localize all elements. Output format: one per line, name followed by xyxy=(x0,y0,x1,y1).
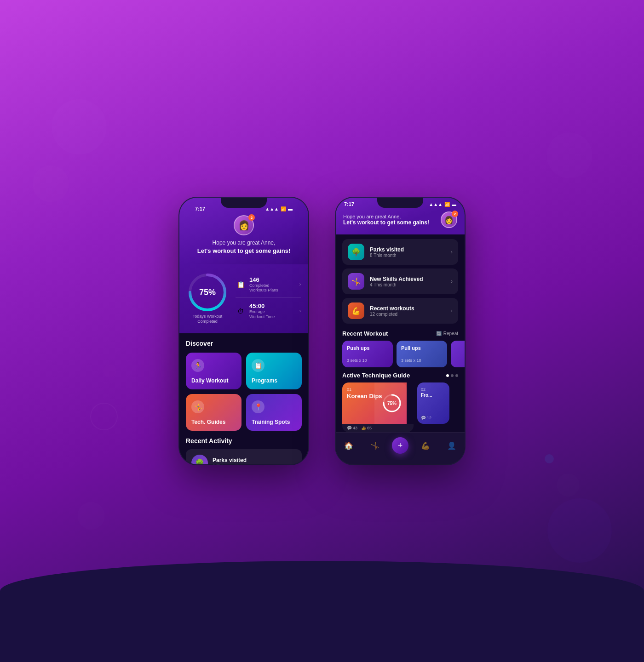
workout-card-pushups[interactable]: Push ups 3 sets x 10 xyxy=(342,341,393,367)
sc-parks-title: Parks visited xyxy=(370,246,445,253)
profile-icon: 👤 xyxy=(447,441,456,450)
tc-comments-1: 💬 43 xyxy=(347,426,357,430)
phone2-avatar-wrapper: 👩 2 xyxy=(441,211,457,228)
repeat-label: Repeat xyxy=(443,331,458,336)
time-2: 7:17 xyxy=(344,201,354,207)
pullups-name: Pull ups xyxy=(401,345,443,351)
activity-info-parks: Parks visited 8 This month xyxy=(213,457,247,464)
sc-skills-title: New Skills Achieved xyxy=(370,276,445,282)
card-tech-guides[interactable]: 🤸 Tech. Guides xyxy=(186,394,242,431)
technique-header: Active Technique Guide xyxy=(336,367,465,382)
stat-time-value: 45:00 xyxy=(249,302,296,309)
sc-parks-sub: 8 This month xyxy=(370,253,445,258)
stat-time-desc: Everage Workout Time xyxy=(249,309,296,320)
dot-3 xyxy=(455,374,458,377)
tc-comments-2: 💬 12 xyxy=(421,416,431,420)
status-icons-1: ▲▲▲ 📶 ▬ xyxy=(265,206,293,211)
signal-icon-2: ▲▲▲ xyxy=(429,202,443,207)
recent-icon: 💪 xyxy=(348,302,364,319)
phone-1: 7:17 ▲▲▲ 📶 ▬ 👩 2 Hope you are great xyxy=(179,198,308,464)
recent-activity-title: Recent Activity xyxy=(186,437,302,445)
card-programs-label: Programs xyxy=(252,377,296,384)
stat-workouts[interactable]: 📋 146 Completed Workouts Plans › xyxy=(236,276,301,293)
nav-profile[interactable]: 👤 xyxy=(443,441,461,450)
discover-title: Discover xyxy=(186,340,302,347)
tech-guides-icon: 🤸 xyxy=(191,400,204,413)
sc-skills-arrow: › xyxy=(451,278,453,285)
stat-divider xyxy=(236,297,301,298)
comment-icon-1: 💬 xyxy=(347,426,352,430)
avatar-wrapper-1: 👩 2 xyxy=(234,215,254,235)
sc-skills-sub: 4 This month xyxy=(370,282,445,287)
like-icon-1: 👍 xyxy=(361,426,366,430)
greeting-line2-1: Let's workout to get some gains! xyxy=(187,247,301,255)
clock-icon: ⏱ xyxy=(236,306,246,316)
workout-card-more[interactable]: › xyxy=(451,341,465,367)
phone2-greeting: Hope you are great Anne, Let's workout t… xyxy=(343,214,436,226)
stat-time[interactable]: ⏱ 45:00 Everage Workout Time › xyxy=(236,302,301,320)
technique-card-secondary[interactable]: 02 Fro... 💬 12 xyxy=(417,382,449,424)
tc-num-2: 02 xyxy=(421,387,446,392)
avatar-container-1: 👩 2 xyxy=(187,215,301,235)
technique-card-main[interactable]: 01 Korean Dips 75% xyxy=(342,382,414,432)
notch-2 xyxy=(377,198,423,208)
tc-stats-1: 💬 43 👍 65 xyxy=(342,424,414,432)
dot-1 xyxy=(446,374,449,377)
stat-workouts-desc: Completed Workouts Plans xyxy=(249,283,296,293)
sc-parks-info: Parks visited 8 This month xyxy=(370,246,445,258)
stat-workouts-value: 146 xyxy=(249,276,296,283)
stats-col: 📋 146 Completed Workouts Plans › ⏱ xyxy=(236,276,301,320)
tc-likes-1: 👍 65 xyxy=(361,426,372,430)
programs-icon: 📋 xyxy=(252,359,264,372)
dot-2 xyxy=(451,374,454,377)
tc-main-body: 01 Korean Dips 75% xyxy=(342,382,407,424)
stat-time-text: 45:00 Everage Workout Time xyxy=(249,302,296,320)
stats-card-recent[interactable]: 💪 Recent workouts 12 completed › xyxy=(342,298,458,324)
ring-label: Todays Workout Completed xyxy=(187,314,228,324)
sc-recent-title: Recent workouts xyxy=(370,305,445,312)
like-count-1: 65 xyxy=(367,426,372,430)
phone2-body: 🌳 Parks visited 8 This month › 🤸 New Ski… xyxy=(336,234,465,460)
comment-count-1: 43 xyxy=(353,426,357,430)
repeat-icon: 🔄 xyxy=(436,331,442,336)
phone2-greeting-line1: Hope you are great Anne, xyxy=(343,214,436,219)
bottom-nav: 🏠 🤸 + 💪 👤 xyxy=(336,432,465,460)
home-icon: 🏠 xyxy=(344,441,353,450)
parks-icon: 🌳 xyxy=(348,244,364,260)
workout-card-pullups[interactable]: Pull ups 3 sets x 10 xyxy=(397,341,447,367)
card-guides-label: Tech. Guides xyxy=(191,419,236,425)
technique-dots xyxy=(446,374,458,377)
activity-card-parks[interactable]: 🌳 Parks visited 8 This month xyxy=(186,449,302,464)
avatar-badge-2: 2 xyxy=(452,211,458,217)
activity-avatar-parks: 🌳 xyxy=(191,455,208,464)
card-spots-label: Training Spots xyxy=(252,419,296,425)
plus-icon: + xyxy=(398,441,403,451)
stat-workouts-text: 146 Completed Workouts Plans xyxy=(249,276,296,293)
parks-visited-sub: 8 This month xyxy=(213,463,247,464)
nav-add-button[interactable]: + xyxy=(392,437,408,454)
phone2-greeting-area: Hope you are great Anne, Let's workout t… xyxy=(343,214,436,226)
nav-gym[interactable]: 🤸 xyxy=(366,441,384,450)
comment-icon-2: 💬 xyxy=(421,416,426,420)
recent-workout-header: Recent Workout 🔄 Repeat xyxy=(336,328,465,341)
repeat-btn[interactable]: 🔄 Repeat xyxy=(436,331,458,336)
wifi-icon-2: 📶 xyxy=(444,202,450,207)
wifi-icon: 📶 xyxy=(281,206,286,211)
progress-ring-container: 75% xyxy=(187,272,228,313)
card-programs[interactable]: 📋 Programs xyxy=(246,353,302,389)
stats-card-skills[interactable]: 🤸 New Skills Achieved 4 This month › xyxy=(342,268,458,294)
nav-home[interactable]: 🏠 xyxy=(339,441,358,450)
sc-recent-info: Recent workouts 12 completed xyxy=(370,305,445,317)
technique-title: Active Technique Guide xyxy=(342,372,410,379)
avatar-badge-1: 2 xyxy=(248,214,255,221)
card-daily-workout[interactable]: 🏃 Daily Workout xyxy=(186,353,242,389)
battery-icon: ▬ xyxy=(288,206,293,211)
nav-dumbbell[interactable]: 💪 xyxy=(416,441,435,450)
training-spots-icon: 📍 xyxy=(252,400,264,413)
dumbbell-icon: 💪 xyxy=(421,441,430,450)
stats-card-parks[interactable]: 🌳 Parks visited 8 This month › xyxy=(342,239,458,265)
clipboard-icon: 📋 xyxy=(236,280,246,290)
card-training-spots[interactable]: 📍 Training Spots xyxy=(246,394,302,431)
phone-2: 7:17 ▲▲▲ 📶 ▬ Hope you are great Anne, Le… xyxy=(336,198,465,464)
recent-workout-title: Recent Workout xyxy=(342,330,388,337)
